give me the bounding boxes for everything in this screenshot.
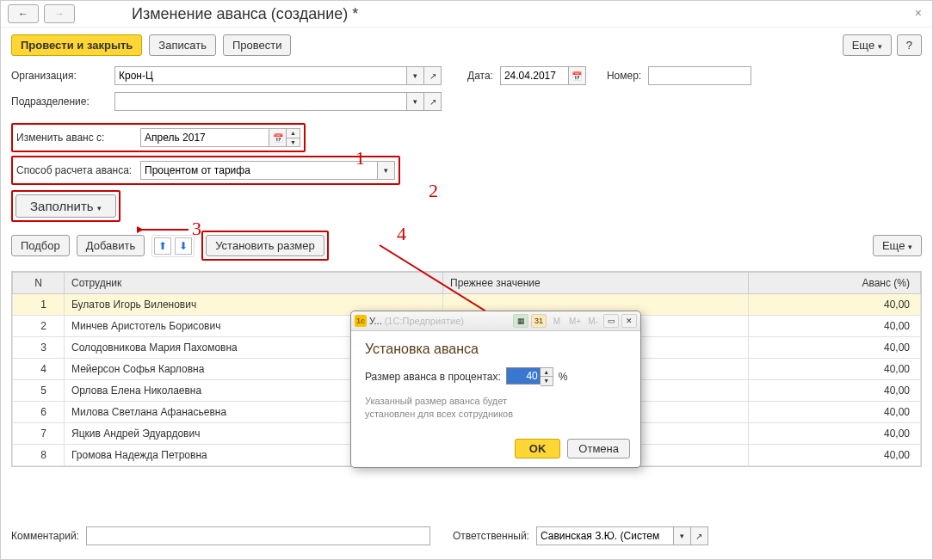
set-advance-dialog: 1c У... (1С:Предприятие) ▦ 31 M M+ M- ▭ …	[350, 311, 641, 468]
main-window: ← → Изменение аванса (создание) * × Пров…	[0, 0, 933, 560]
dialog-minimize-icon[interactable]: ▭	[603, 314, 619, 328]
footer: Комментарий: Ответственный:	[1, 520, 932, 552]
calc-method-dropdown-icon[interactable]	[378, 161, 395, 180]
annotation-3: 3	[192, 218, 201, 240]
calendar-tool-icon[interactable]: 31	[531, 314, 547, 328]
app-icon: 1c	[355, 315, 367, 327]
post-button[interactable]: Провести	[223, 34, 292, 56]
calc-tool-icon[interactable]: ▦	[513, 314, 528, 328]
move-up-button[interactable]: ⬆	[154, 237, 171, 255]
col-prev[interactable]: Прежнее значение	[443, 273, 749, 294]
change-from-group: Изменить аванс с: ▲▼	[11, 123, 306, 152]
dialog-titlebar[interactable]: 1c У... (1С:Предприятие) ▦ 31 M M+ M- ▭ …	[351, 311, 640, 331]
percent-unit: %	[559, 371, 568, 383]
add-button[interactable]: Добавить	[77, 235, 145, 256]
org-input[interactable]	[114, 66, 407, 85]
col-advance[interactable]: Аванс (%)	[749, 273, 921, 294]
table-more-button[interactable]: Еще	[873, 235, 922, 256]
change-from-calendar-icon[interactable]	[269, 128, 287, 147]
calendar-icon[interactable]	[569, 66, 586, 85]
dept-input[interactable]	[114, 92, 407, 111]
comment-label: Комментарий:	[11, 530, 79, 542]
org-label: Организация:	[11, 70, 108, 82]
pick-button[interactable]: Подбор	[11, 235, 70, 256]
responsible-label: Ответственный:	[453, 530, 529, 542]
dialog-title-short: У...	[369, 316, 382, 326]
close-icon[interactable]: ×	[910, 4, 927, 22]
advance-size-spin[interactable]: ▲▼	[541, 367, 553, 386]
set-size-button[interactable]: Установить размер	[206, 235, 324, 256]
org-open-icon[interactable]	[424, 66, 442, 85]
advance-size-input[interactable]	[506, 367, 541, 385]
comment-input[interactable]	[86, 526, 430, 545]
responsible-open-icon[interactable]	[691, 526, 708, 545]
calc-method-label: Способ расчета аванса:	[16, 164, 140, 176]
dept-row: Подразделение:	[1, 89, 932, 114]
forward-button[interactable]: →	[44, 4, 75, 23]
change-from-input[interactable]	[140, 128, 269, 147]
annotation-2: 2	[429, 180, 438, 202]
change-from-spin[interactable]: ▲▼	[287, 128, 300, 147]
back-button[interactable]: ←	[8, 4, 39, 23]
col-employee[interactable]: Сотрудник	[65, 273, 443, 294]
number-label: Номер:	[607, 70, 641, 82]
calc-method-group: Способ расчета аванса:	[11, 156, 400, 185]
mminus-indicator: M-	[585, 314, 601, 328]
advance-size-label: Размер аванса в процентах:	[365, 371, 501, 383]
dept-label: Подразделение:	[11, 95, 108, 108]
mplus-indicator: M+	[567, 314, 583, 328]
move-down-button[interactable]: ⬇	[175, 237, 192, 255]
date-input[interactable]	[500, 66, 569, 85]
dialog-cancel-button[interactable]: Отмена	[567, 439, 630, 458]
responsible-dropdown-icon[interactable]	[674, 526, 691, 545]
write-button[interactable]: Записать	[149, 34, 216, 56]
chevron-down-icon	[97, 199, 102, 213]
chevron-down-icon	[908, 239, 912, 252]
set-size-group: Установить размер	[201, 231, 329, 261]
dialog-hint: Указанный размер аванса будет установлен…	[365, 395, 627, 422]
annotation-4: 4	[397, 223, 406, 245]
dept-dropdown-icon[interactable]	[407, 92, 424, 111]
calc-method-input[interactable]	[140, 161, 378, 180]
dept-open-icon[interactable]	[424, 92, 442, 111]
post-and-close-button[interactable]: Провести и закрыть	[11, 34, 142, 56]
m-indicator: M	[549, 314, 565, 328]
chevron-down-icon	[878, 39, 882, 52]
org-dropdown-icon[interactable]	[407, 66, 424, 85]
col-n[interactable]: N	[13, 273, 65, 294]
dialog-heading: Установка аванса	[365, 342, 627, 357]
table-toolbar: Подбор Добавить ⬆ ⬇ Установить размер Ещ…	[1, 225, 932, 266]
command-bar: Провести и закрыть Записать Провести Еще…	[1, 28, 932, 63]
dialog-title-app: (1С:Предприятие)	[385, 316, 464, 326]
more-button[interactable]: Еще	[843, 34, 892, 56]
date-label: Дата:	[467, 70, 493, 82]
responsible-input[interactable]	[536, 526, 674, 545]
number-input[interactable]	[648, 66, 751, 85]
fill-button[interactable]: Заполнить	[15, 194, 116, 218]
annotation-1: 1	[355, 147, 365, 169]
page-title: Изменение аванса (создание) *	[132, 5, 358, 23]
topbar: ← → Изменение аванса (создание) * ×	[1, 1, 932, 28]
dialog-ok-button[interactable]: OK	[515, 439, 561, 458]
change-from-label: Изменить аванс с:	[16, 132, 140, 144]
move-buttons: ⬆ ⬇	[151, 235, 195, 257]
help-button[interactable]: ?	[897, 34, 922, 56]
dialog-close-icon[interactable]: ✕	[621, 314, 637, 328]
org-date-row: Организация: Дата: Номер:	[1, 63, 932, 89]
fill-group: Заполнить	[11, 190, 120, 222]
